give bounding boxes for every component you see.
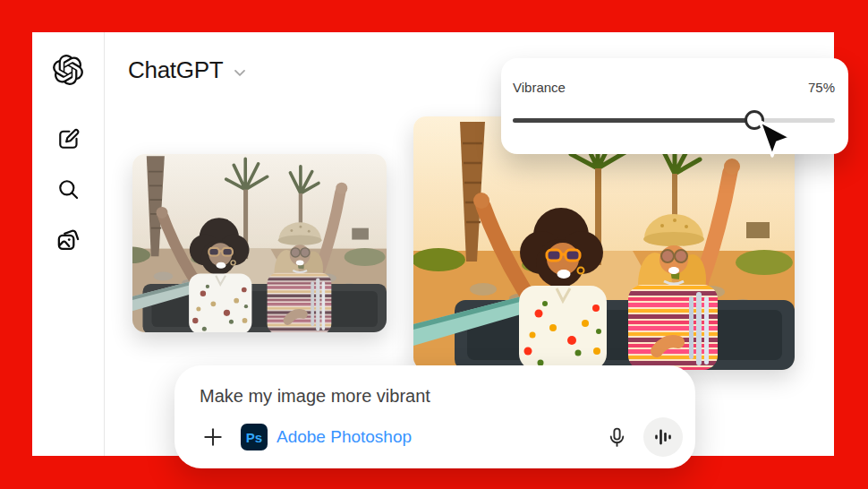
microphone-icon bbox=[606, 426, 628, 449]
page-title: ChatGPT bbox=[128, 56, 223, 84]
slider-fill bbox=[513, 118, 754, 123]
voice-waveform-icon bbox=[652, 426, 674, 448]
photo-vibrant-art bbox=[413, 116, 795, 370]
attach-button[interactable] bbox=[200, 424, 226, 450]
sidebar bbox=[32, 32, 105, 456]
photoshop-plugin-chip[interactable]: Ps Adobe Photoshop bbox=[241, 424, 412, 450]
openai-logo[interactable] bbox=[51, 53, 85, 87]
model-picker[interactable]: ChatGPT bbox=[128, 56, 249, 84]
composer-toolbar: Ps Adobe Photoshop bbox=[200, 417, 683, 457]
vibrance-slider[interactable] bbox=[513, 110, 835, 132]
composer: Make my image more vibrant Ps Adobe Phot… bbox=[174, 365, 695, 468]
photo-original[interactable] bbox=[132, 154, 387, 332]
dictate-button[interactable] bbox=[603, 424, 630, 450]
slider-knob[interactable] bbox=[745, 110, 764, 130]
vibrance-label: Vibrance bbox=[513, 80, 566, 95]
new-chat-icon bbox=[56, 127, 81, 151]
vibrance-value: 75% bbox=[808, 80, 835, 95]
vibrance-panel: Vibrance 75% bbox=[501, 58, 848, 154]
plus-icon bbox=[201, 425, 225, 449]
openai-logo-glyph bbox=[53, 55, 83, 85]
photo-original-art bbox=[132, 154, 387, 332]
library-icon bbox=[55, 227, 81, 253]
search-icon bbox=[56, 177, 81, 202]
photoshop-badge: Ps bbox=[241, 424, 268, 450]
prompt-input[interactable]: Make my image more vibrant bbox=[200, 386, 670, 407]
search-button[interactable] bbox=[55, 176, 81, 202]
stage: ChatGPT bbox=[0, 0, 868, 489]
new-chat-button[interactable] bbox=[55, 125, 81, 152]
plugin-name: Adobe Photoshop bbox=[277, 427, 412, 447]
chevron-down-icon bbox=[231, 64, 249, 82]
photo-vibrant[interactable] bbox=[413, 116, 795, 370]
voice-mode-button[interactable] bbox=[643, 417, 683, 457]
library-button[interactable] bbox=[55, 226, 81, 253]
